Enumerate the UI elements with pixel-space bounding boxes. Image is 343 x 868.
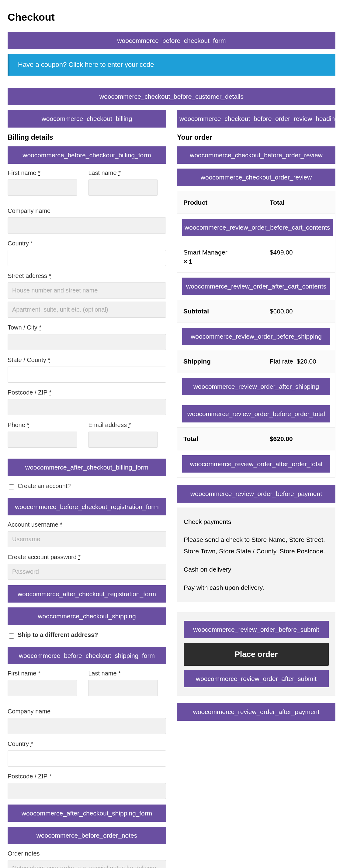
order-total-head: Total — [264, 191, 335, 214]
place-order-button[interactable]: Place order — [184, 643, 329, 666]
hook-checkout-billing: woocommerce_checkout_billing — [8, 110, 166, 127]
billing-street1-input[interactable] — [8, 282, 166, 299]
billing-first-name-label: First name * — [8, 168, 77, 177]
hook-review-before-order-total: woocommerce_review_order_before_order_to… — [182, 405, 330, 423]
order-total-label: Total — [177, 428, 264, 450]
shipping-postcode-label: Postcode / ZIP * — [8, 772, 166, 780]
payment-cod-title[interactable]: Cash on delivery — [184, 564, 329, 575]
hook-before-customer-details: woocommerce_checkout_before_customer_det… — [8, 88, 335, 105]
shipping-first-name-label: First name * — [8, 669, 77, 678]
hook-before-checkout-form: woocommerce_before_checkout_form — [8, 32, 335, 49]
hook-order-review: woocommerce_checkout_order_review — [177, 168, 335, 186]
shipping-postcode-input[interactable] — [8, 783, 166, 799]
hook-review-after-cart-contents: woocommerce_review_order_after_cart_cont… — [182, 278, 330, 295]
hook-before-billing-form: woocommerce_before_checkout_billing_form — [8, 146, 166, 164]
billing-company-label: Company name — [8, 207, 166, 215]
billing-state-label: State / County * — [8, 355, 166, 364]
billing-street2-input[interactable] — [8, 302, 166, 318]
billing-heading: Billing details — [8, 132, 166, 142]
hook-before-registration-form: woocommerce_before_checkout_registration… — [8, 498, 166, 516]
payment-cod-desc: Pay with cash upon delivery. — [184, 582, 329, 593]
hook-after-registration-form: woocommerce_after_checkout_registration_… — [8, 585, 166, 602]
billing-town-label: Town / City * — [8, 323, 166, 332]
order-total-value: $620.00 — [264, 428, 335, 450]
order-item-total: $499.00 — [264, 241, 335, 272]
billing-company-input[interactable] — [8, 217, 166, 234]
billing-phone-input[interactable] — [8, 432, 77, 448]
billing-last-name-label: Last name * — [88, 168, 158, 177]
billing-email-label: Email address * — [88, 421, 158, 429]
hook-checkout-shipping: woocommerce_checkout_shipping — [8, 608, 166, 625]
hook-review-after-payment: woocommerce_review_order_after_payment — [177, 703, 335, 720]
shipping-company-label: Company name — [8, 707, 166, 716]
account-password-input[interactable] — [8, 564, 166, 580]
hook-before-order-notes: woocommerce_before_order_notes — [8, 827, 166, 844]
payment-methods: Check payments Please send a check to St… — [177, 507, 335, 602]
create-account-checkbox[interactable] — [9, 485, 14, 490]
billing-last-name-input[interactable] — [88, 180, 158, 195]
hook-review-before-submit: woocommerce_review_order_before_submit — [184, 621, 329, 638]
account-username-input[interactable] — [8, 531, 166, 547]
hook-review-before-payment: woocommerce_review_order_before_payment — [177, 485, 335, 502]
hook-after-shipping-form: woocommerce_after_checkout_shipping_form — [8, 805, 166, 822]
shipping-company-input[interactable] — [8, 718, 166, 734]
billing-country-label: Country * — [8, 239, 166, 248]
account-username-label: Account username * — [8, 520, 166, 529]
hook-review-before-cart-contents: woocommerce_review_order_before_cart_con… — [182, 219, 333, 236]
hook-review-before-shipping: woocommerce_review_order_before_shipping — [182, 328, 330, 345]
order-notes-label: Order notes — [8, 849, 166, 858]
shipping-last-name-label: Last name * — [88, 669, 158, 678]
billing-state-input[interactable] — [8, 367, 166, 383]
ship-different-checkbox[interactable] — [9, 633, 14, 639]
billing-postcode-input[interactable] — [8, 399, 166, 415]
billing-postcode-label: Postcode / ZIP * — [8, 388, 166, 397]
coupon-notice[interactable]: Have a coupon? Click here to enter your … — [8, 54, 335, 75]
hook-review-after-submit: woocommerce_review_order_after_submit — [184, 670, 329, 687]
billing-country-input[interactable] — [8, 250, 166, 266]
account-password-label: Create account password * — [8, 553, 166, 561]
create-account-label: Create an account? — [18, 482, 71, 490]
billing-first-name-input[interactable] — [8, 180, 77, 195]
shipping-country-label: Country * — [8, 740, 166, 748]
shipping-first-name-input[interactable] — [8, 680, 77, 696]
order-item-name: Smart Manager× 1 — [177, 241, 264, 272]
hook-review-after-order-total: woocommerce_review_order_after_order_tot… — [182, 455, 330, 472]
order-shipping-label: Shipping — [177, 350, 264, 372]
hook-before-order-review-heading: woocommerce_checkout_before_order_review… — [177, 110, 335, 127]
billing-email-input[interactable] — [88, 432, 158, 448]
shipping-last-name-input[interactable] — [88, 680, 158, 696]
order-heading: Your order — [177, 132, 335, 142]
ship-different-label: Ship to a different address? — [18, 630, 98, 639]
order-product-head: Product — [177, 191, 264, 214]
billing-phone-label: Phone * — [8, 421, 77, 429]
order-review-table: Product Total woocommerce_review_order_b… — [177, 191, 335, 478]
page-title: Checkout — [8, 10, 335, 25]
hook-before-order-review: woocommerce_checkout_before_order_review — [177, 146, 335, 164]
order-subtotal-label: Subtotal — [177, 300, 264, 322]
order-subtotal-value: $600.00 — [264, 300, 335, 322]
order-shipping-value: Flat rate: $20.00 — [264, 350, 335, 372]
hook-review-after-shipping: woocommerce_review_order_after_shipping — [182, 378, 330, 395]
order-notes-input[interactable] — [8, 860, 166, 868]
payment-check-desc: Please send a check to Store Name, Store… — [184, 534, 329, 557]
shipping-country-input[interactable] — [8, 750, 166, 767]
billing-town-input[interactable] — [8, 334, 166, 350]
hook-before-shipping-form: woocommerce_before_checkout_shipping_for… — [8, 647, 166, 664]
hook-after-billing-form: woocommerce_after_checkout_billing_form — [8, 459, 166, 476]
payment-check-title[interactable]: Check payments — [184, 516, 329, 528]
billing-street-label: Street address * — [8, 272, 166, 280]
